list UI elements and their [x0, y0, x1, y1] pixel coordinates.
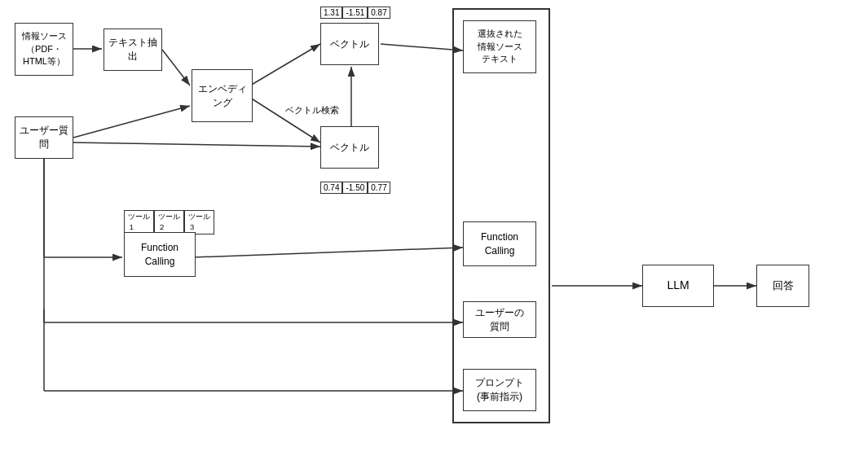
answer-box: 回答: [756, 265, 809, 307]
num-bot-1: 0.74: [320, 182, 342, 194]
svg-line-9: [73, 142, 320, 147]
info-source-box: 情報ソース（PDF・HTML等）: [15, 23, 73, 76]
function-calling-left-box: FunctionCalling: [124, 232, 196, 277]
prompt-right-box: プロンプト(事前指示): [463, 369, 536, 411]
embedding-box: エンベディング: [192, 69, 253, 122]
num-top-2: -1.51: [342, 7, 368, 19]
tool-tabs: ツール１ ツール２ ツール３: [124, 210, 214, 234]
svg-line-6: [381, 44, 463, 50]
num-bot-2: -1.50: [342, 182, 368, 194]
number-row-bottom: 0.74 -1.50 0.77: [320, 182, 390, 194]
vector-search-label: ベクトル検索: [285, 104, 339, 116]
function-calling-right-box: FunctionCalling: [463, 221, 536, 266]
num-top-1: 1.31: [320, 7, 342, 19]
user-question-right-box: ユーザーの質問: [463, 301, 536, 338]
diagram: 1.31 -1.51 0.87 0.74 -1.50 0.77 情報ソース（PD…: [0, 0, 868, 469]
svg-line-14: [193, 248, 463, 257]
svg-line-3: [162, 50, 190, 85]
user-question-left-box: ユーザー質問: [15, 116, 73, 159]
tool3-tab: ツール３: [184, 210, 214, 234]
vector-bottom-box: ベクトル: [320, 126, 379, 169]
selected-info-box: 選抜された情報ソーステキスト: [463, 20, 536, 73]
num-top-3: 0.87: [368, 7, 390, 19]
number-row-top: 1.31 -1.51 0.87: [320, 7, 390, 19]
vector-top-box: ベクトル: [320, 23, 379, 65]
num-bot-3: 0.77: [368, 182, 390, 194]
text-extract-box: テキスト抽出: [104, 28, 162, 71]
svg-line-4: [250, 44, 320, 85]
svg-line-8: [73, 106, 190, 138]
llm-box: LLM: [642, 265, 714, 307]
tool2-tab: ツール２: [154, 210, 184, 234]
tool1-tab: ツール１: [124, 210, 154, 234]
